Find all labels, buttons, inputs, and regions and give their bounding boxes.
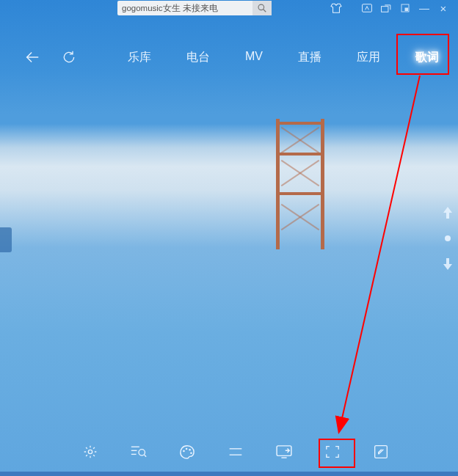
playlist-button[interactable]: [226, 442, 245, 461]
svg-marker-9: [443, 258, 452, 270]
theme-button[interactable]: [178, 442, 197, 461]
search-in-icon: [131, 444, 147, 459]
list-icon: [228, 447, 243, 457]
edit-icon: [374, 444, 388, 459]
minimize-button[interactable]: —: [418, 2, 430, 14]
scroll-dot[interactable]: [444, 235, 451, 242]
svg-rect-2: [363, 4, 372, 12]
arrow-down-icon: [443, 258, 452, 270]
remote-button[interactable]: [380, 2, 392, 14]
arrow-up-icon: [443, 207, 452, 219]
shirt-icon: [330, 3, 342, 13]
lyrics-mini-icon: [362, 4, 372, 12]
popup-icon: [381, 4, 391, 12]
tab-radio[interactable]: 电台: [176, 45, 220, 70]
refresh-icon: [62, 50, 76, 65]
cast-icon: [276, 445, 292, 458]
edit-lyrics-button[interactable]: [371, 442, 390, 461]
svg-point-14: [139, 450, 145, 455]
dot-icon: [444, 235, 451, 242]
tab-mv[interactable]: MV: [235, 45, 273, 70]
scroll-down-button[interactable]: [443, 258, 452, 270]
search-icon: [257, 3, 267, 13]
svg-marker-7: [443, 207, 452, 219]
search-lyrics-button[interactable]: [129, 442, 148, 461]
title-bar: — ×: [0, 0, 458, 16]
search-button[interactable]: [252, 1, 272, 15]
svg-point-10: [88, 450, 92, 453]
lyrics-toolbar: [0, 436, 458, 467]
svg-line-15: [145, 455, 147, 457]
search-box: [117, 1, 272, 15]
palette-icon: [179, 444, 195, 459]
main-tabs: 乐库 电台 MV 直播 应用 歌词: [117, 45, 449, 70]
svg-point-17: [186, 448, 188, 450]
side-scroll-controls: [443, 207, 452, 270]
mini-icon: [401, 4, 410, 12]
left-drawer-handle[interactable]: [0, 227, 12, 252]
svg-point-18: [189, 449, 191, 451]
fullscreen-button[interactable]: [323, 442, 342, 461]
close-button[interactable]: ×: [437, 2, 449, 14]
tab-apps[interactable]: 应用: [346, 45, 390, 70]
back-button[interactable]: [22, 47, 43, 67]
svg-point-8: [445, 235, 451, 241]
fullscreen-icon: [325, 445, 340, 458]
bottom-strip: [0, 472, 458, 476]
svg-rect-5: [405, 8, 409, 12]
search-input[interactable]: [117, 2, 252, 14]
skin-button[interactable]: [330, 2, 342, 14]
tab-music-library[interactable]: 乐库: [117, 45, 161, 70]
desktop-lyrics-button[interactable]: [361, 2, 373, 14]
tab-live[interactable]: 直播: [288, 45, 332, 70]
svg-point-19: [190, 453, 192, 455]
scroll-up-button[interactable]: [443, 207, 452, 219]
bridge-tower-illustration: [276, 110, 324, 249]
cast-button[interactable]: [275, 442, 294, 461]
gear-icon: [83, 444, 98, 459]
tab-lyrics[interactable]: 歌词: [405, 45, 449, 70]
refresh-button[interactable]: [59, 47, 79, 67]
svg-point-0: [258, 4, 264, 10]
svg-line-1: [263, 10, 266, 12]
nav-row: 乐库 电台 MV 直播 应用 歌词: [0, 43, 458, 72]
arrow-left-icon: [24, 49, 40, 65]
settings-button[interactable]: [81, 442, 100, 461]
mini-mode-button[interactable]: [399, 2, 411, 14]
svg-point-16: [183, 450, 185, 453]
window-controls: — ×: [330, 2, 458, 14]
svg-rect-3: [382, 7, 388, 12]
